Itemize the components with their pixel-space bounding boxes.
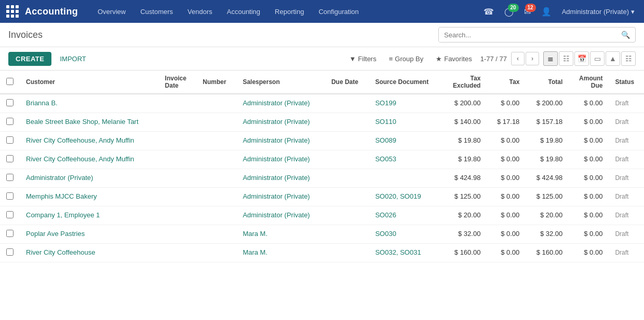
user-avatar-icon[interactable]: 👤 xyxy=(538,5,555,19)
row-checkbox-cell[interactable] xyxy=(0,94,20,113)
due-date-cell xyxy=(325,113,369,132)
select-all-checkbox[interactable] xyxy=(6,78,14,85)
row-checkbox[interactable] xyxy=(6,136,14,144)
row-checkbox-cell[interactable] xyxy=(0,244,20,262)
app-title[interactable]: Accounting xyxy=(25,6,78,17)
salesperson-link[interactable]: Mara M. xyxy=(243,230,267,238)
customer-link[interactable]: Beale Street Bake Shop, Melanie Tart xyxy=(26,118,139,126)
total-header[interactable]: Total xyxy=(526,71,569,94)
salesperson-link[interactable]: Administrator (Private) xyxy=(243,118,310,126)
row-checkbox[interactable] xyxy=(6,230,14,237)
customer-link[interactable]: Administrator (Private) xyxy=(26,174,93,182)
row-checkbox-cell[interactable] xyxy=(0,113,20,132)
source-doc-link[interactable]: SO020, SO019 xyxy=(375,192,421,200)
select-all-header[interactable] xyxy=(0,71,20,94)
row-checkbox[interactable] xyxy=(6,248,14,256)
customer-header[interactable]: Customer xyxy=(20,71,159,94)
amount-due-cell: $ 0.00 xyxy=(569,225,609,244)
tax-excluded-header[interactable]: TaxExcluded xyxy=(442,71,487,94)
row-checkbox-cell[interactable] xyxy=(0,132,20,150)
nav-customers[interactable]: Customers xyxy=(133,0,180,23)
salesperson-header[interactable]: Salesperson xyxy=(236,71,325,94)
row-checkbox[interactable] xyxy=(6,155,14,162)
salesperson-link[interactable]: Administrator (Private) xyxy=(243,99,310,107)
customer-cell: River City Coffeehouse, Andy Muffin xyxy=(20,150,159,169)
salesperson-link[interactable]: Mara M. xyxy=(243,248,267,256)
tax-cell: $ 0.00 xyxy=(487,132,526,150)
messages-icon[interactable]: ✉ 12 xyxy=(521,5,534,19)
nav-overview[interactable]: Overview xyxy=(90,0,133,23)
filters-button[interactable]: ▼ Filters xyxy=(345,53,380,65)
row-checkbox-cell[interactable] xyxy=(0,225,20,244)
source-doc-link[interactable]: SO053 xyxy=(375,155,396,163)
user-dropdown-icon: ▾ xyxy=(631,8,635,16)
row-checkbox[interactable] xyxy=(6,211,14,218)
total-cell: $ 160.00 xyxy=(526,244,569,262)
invoice-date-header[interactable]: InvoiceDate xyxy=(159,71,197,94)
tax-header[interactable]: Tax xyxy=(487,71,526,94)
nav-menu: Overview Customers Vendors Accounting Re… xyxy=(90,0,480,23)
customer-cell: Poplar Ave Pastries xyxy=(20,225,159,244)
source-doc-header[interactable]: Source Document xyxy=(369,71,442,94)
calendar-view-button[interactable]: 📅 xyxy=(574,51,589,66)
amount-due-cell: $ 0.00 xyxy=(569,132,609,150)
phone-icon[interactable]: ☎ xyxy=(480,5,497,19)
customer-link[interactable]: Memphis MJCC Bakery xyxy=(26,192,97,200)
status-badge: Draft xyxy=(615,212,628,219)
user-menu[interactable]: Administrator (Private) ▾ xyxy=(559,8,638,16)
customer-link[interactable]: Brianna B. xyxy=(26,99,58,107)
customer-link[interactable]: Company 1, Employee 1 xyxy=(26,211,100,219)
nav-accounting[interactable]: Accounting xyxy=(220,0,267,23)
row-checkbox[interactable] xyxy=(6,99,14,106)
row-checkbox-cell[interactable] xyxy=(0,206,20,225)
row-checkbox[interactable] xyxy=(6,192,14,200)
activity-view-button[interactable]: ☷ xyxy=(621,51,636,66)
source-doc-link[interactable]: SO026 xyxy=(375,211,396,219)
row-checkbox[interactable] xyxy=(6,118,14,125)
import-button[interactable]: IMPORT xyxy=(56,52,90,66)
pivot-view-button[interactable]: ▭ xyxy=(590,51,605,66)
source-doc-link[interactable]: SO089 xyxy=(375,136,396,144)
customer-link[interactable]: Poplar Ave Pastries xyxy=(26,230,85,238)
favorites-button[interactable]: ★ Favorites xyxy=(432,53,476,65)
search-input[interactable] xyxy=(439,28,616,42)
amount-due-cell: $ 0.00 xyxy=(569,113,609,132)
salesperson-link[interactable]: Administrator (Private) xyxy=(243,155,310,163)
prev-page-button[interactable]: ‹ xyxy=(511,52,525,65)
salesperson-link[interactable]: Administrator (Private) xyxy=(243,192,310,200)
search-button[interactable]: 🔍 xyxy=(616,27,635,42)
invoice-date-cell xyxy=(159,94,197,113)
salesperson-link[interactable]: Administrator (Private) xyxy=(243,211,310,219)
customer-link[interactable]: River City Coffeehouse, Andy Muffin xyxy=(26,155,134,163)
graph-view-button[interactable]: ▲ xyxy=(606,51,620,66)
row-checkbox-cell[interactable] xyxy=(0,169,20,188)
due-date-header[interactable]: Due Date xyxy=(325,71,369,94)
nav-vendors[interactable]: Vendors xyxy=(180,0,220,23)
source-doc-link[interactable]: SO199 xyxy=(375,99,396,107)
apps-icon[interactable] xyxy=(6,5,19,18)
amount-due-header[interactable]: AmountDue xyxy=(569,71,609,94)
total-cell: $ 424.98 xyxy=(526,169,569,188)
activity-icon[interactable]: ◯ 20 xyxy=(501,5,517,19)
customer-link[interactable]: River City Coffeehouse xyxy=(26,248,95,256)
status-header[interactable]: Status xyxy=(609,71,644,94)
kanban-view-button[interactable]: ☷ xyxy=(559,51,573,66)
group-by-button[interactable]: ≡ Group By xyxy=(385,53,428,65)
number-header[interactable]: Number xyxy=(196,71,236,94)
row-checkbox-cell[interactable] xyxy=(0,150,20,169)
salesperson-link[interactable]: Administrator (Private) xyxy=(243,136,310,144)
create-button[interactable]: CREATE xyxy=(8,52,51,66)
source-doc-link[interactable]: SO030 xyxy=(375,230,396,238)
group-by-label: Group By xyxy=(395,55,423,63)
next-page-button[interactable]: › xyxy=(526,52,539,65)
salesperson-link[interactable]: Administrator (Private) xyxy=(243,174,310,182)
customer-link[interactable]: River City Coffeehouse, Andy Muffin xyxy=(26,136,134,144)
total-cell: $ 157.18 xyxy=(526,113,569,132)
row-checkbox[interactable] xyxy=(6,174,14,181)
row-checkbox-cell[interactable] xyxy=(0,188,20,206)
nav-configuration[interactable]: Configuration xyxy=(311,0,366,23)
source-doc-link[interactable]: SO110 xyxy=(375,118,396,126)
source-doc-link[interactable]: SO032, SO031 xyxy=(375,248,421,256)
nav-reporting[interactable]: Reporting xyxy=(267,0,311,23)
list-view-button[interactable]: ≣ xyxy=(543,51,558,66)
